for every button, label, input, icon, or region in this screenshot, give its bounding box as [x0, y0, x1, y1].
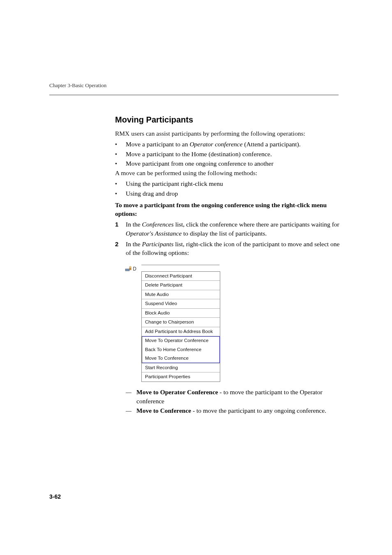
list-item: Move to Conference - to move the partici…: [126, 406, 343, 415]
step-number: 2: [115, 240, 126, 248]
menu-item-start-recording[interactable]: Start Recording: [142, 363, 220, 372]
step-text: In the Conferences list, click the confe…: [126, 220, 343, 238]
intro-paragraph: RMX users can assist participants by per…: [115, 130, 343, 138]
main-content: Moving Participants RMX users can assist…: [115, 115, 343, 415]
list-item: Using drag and drop: [115, 189, 343, 198]
bullet-icon: [115, 179, 126, 188]
menu-item-properties[interactable]: Participant Properties: [142, 372, 220, 382]
list-item: Move to Operator Conference - to move th…: [126, 388, 343, 405]
menu-item-move-to-conference[interactable]: Move To Conference: [142, 354, 220, 363]
participant-icon: [125, 266, 131, 273]
highlighted-move-group: Move To Operator Conference Back To Home…: [142, 336, 220, 363]
step-text: In the Participants list, right-click th…: [126, 240, 343, 257]
list-item: Move a participant to an Operator confer…: [115, 140, 343, 149]
bullet-text: Move a participant to the Home (destinat…: [126, 150, 343, 159]
context-menu: Disconnect Participant Delete Participan…: [141, 271, 220, 382]
menu-item-disconnect[interactable]: Disconnect Participant: [142, 272, 220, 281]
list-item: Move participant from one ongoing confer…: [115, 159, 343, 168]
bullet-icon: [115, 189, 126, 198]
step-item: 2 In the Participants list, right-click …: [115, 240, 343, 257]
menu-item-suspend-video[interactable]: Suspend Video: [142, 299, 220, 308]
menu-item-move-to-operator[interactable]: Move To Operator Conference: [142, 336, 220, 345]
list-item: Using the participant right-click menu: [115, 179, 343, 188]
svg-rect-0: [125, 269, 129, 271]
svg-point-1: [129, 266, 131, 268]
bullet-text: Move participant from one ongoing confer…: [126, 159, 343, 168]
participant-row-stub: D: [125, 265, 141, 273]
menu-item-back-home[interactable]: Back To Home Conference: [142, 345, 220, 354]
step-item: 1 In the Conferences list, click the con…: [115, 220, 343, 238]
stub-label: D: [133, 266, 136, 272]
section-title: Moving Participants: [115, 115, 343, 125]
instruction-heading: To move a participant from the ongoing c…: [115, 201, 343, 218]
menu-item-add-to-address-book[interactable]: Add Participant to Address Book: [142, 327, 220, 336]
dash-text: Move to Operator Conference - to move th…: [136, 388, 343, 405]
bullet-text: Move a participant to an Operator confer…: [126, 140, 343, 149]
list-item: Move a participant to the Home (destinat…: [115, 150, 343, 159]
menu-top-rule: [141, 265, 219, 271]
page-number: 3-62: [49, 493, 61, 500]
bullet-icon: [115, 140, 126, 149]
bullet-text: Using drag and drop: [126, 189, 343, 198]
menu-item-mute-audio[interactable]: Mute Audio: [142, 290, 220, 299]
dash-text: Move to Conference - to move the partici…: [136, 406, 343, 415]
menu-item-block-audio[interactable]: Block Audio: [142, 309, 220, 318]
methods-lead: A move can be performed using the follow…: [115, 169, 343, 178]
dash-icon: [126, 388, 136, 397]
bullet-icon: [115, 159, 126, 168]
menu-item-change-chairperson[interactable]: Change to Chairperson: [142, 318, 220, 327]
bullet-icon: [115, 150, 126, 159]
dash-icon: [126, 406, 136, 415]
step-number: 1: [115, 220, 126, 229]
bullet-text: Using the participant right-click menu: [126, 179, 343, 188]
context-menu-wrap: Disconnect Participant Delete Participan…: [141, 265, 220, 382]
menu-item-delete[interactable]: Delete Participant: [142, 281, 220, 290]
context-menu-figure: D Disconnect Participant Delete Particip…: [125, 265, 343, 382]
svg-rect-2: [129, 268, 131, 270]
